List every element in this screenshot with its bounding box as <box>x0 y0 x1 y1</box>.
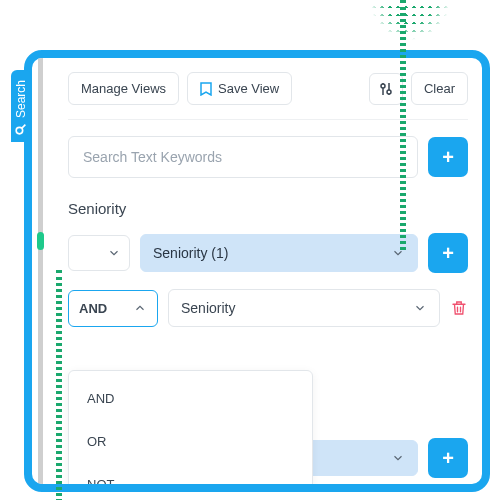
clear-button[interactable]: Clear <box>411 72 468 105</box>
manage-views-button[interactable]: Manage Views <box>68 72 179 105</box>
operator-label: AND <box>79 301 107 316</box>
clear-label: Clear <box>424 81 455 96</box>
chevron-down-icon <box>413 301 427 315</box>
plus-icon: + <box>442 146 454 169</box>
content-area: Manage Views Save View Clear + <box>32 58 482 484</box>
app-frame: Manage Views Save View Clear + <box>24 50 490 492</box>
svg-point-0 <box>17 127 24 133</box>
settings-toggle-button[interactable] <box>369 73 403 105</box>
search-input[interactable] <box>68 136 418 178</box>
plus-icon: + <box>442 242 454 265</box>
decoration-dots <box>370 0 450 50</box>
search-side-tab[interactable]: Search <box>11 70 31 142</box>
sub-seniority-select[interactable]: Seniority <box>168 289 440 327</box>
seniority-select-label: Seniority (1) <box>153 245 228 261</box>
chevron-up-icon <box>133 301 147 315</box>
sliders-icon <box>379 82 393 96</box>
filter-row-1: Seniority (1) + <box>68 233 468 273</box>
section-title: Seniority <box>68 200 468 217</box>
save-view-button[interactable]: Save View <box>187 72 292 105</box>
svg-line-1 <box>23 125 26 128</box>
operator-select[interactable]: AND <box>68 290 158 327</box>
operator-option-not[interactable]: NOT <box>69 463 312 492</box>
toolbar: Manage Views Save View Clear <box>68 72 468 120</box>
prefix-select[interactable] <box>68 235 130 271</box>
operator-option-or[interactable]: OR <box>69 420 312 463</box>
search-row: + <box>68 136 468 178</box>
seniority-select[interactable]: Seniority (1) <box>140 234 418 272</box>
chevron-down-icon <box>391 451 405 465</box>
operator-dropdown: AND OR NOT <box>68 370 313 492</box>
manage-views-label: Manage Views <box>81 81 166 96</box>
bookmark-icon <box>200 82 212 96</box>
save-view-label: Save View <box>218 81 279 96</box>
sub-seniority-label: Seniority <box>181 300 235 316</box>
chevron-down-icon <box>107 246 121 260</box>
svg-point-5 <box>387 90 391 94</box>
svg-point-3 <box>381 84 385 88</box>
filter-row-2: AND Seniority <box>68 289 468 327</box>
add-filter-button[interactable]: + <box>428 233 468 273</box>
chevron-down-icon <box>391 246 405 260</box>
add-search-button[interactable]: + <box>428 137 468 177</box>
delete-filter-button[interactable] <box>450 298 468 318</box>
add-extra-button[interactable]: + <box>428 438 468 478</box>
plus-icon: + <box>442 447 454 470</box>
search-icon <box>15 123 28 136</box>
operator-option-and[interactable]: AND <box>69 377 312 420</box>
search-tab-label: Search <box>14 80 28 118</box>
